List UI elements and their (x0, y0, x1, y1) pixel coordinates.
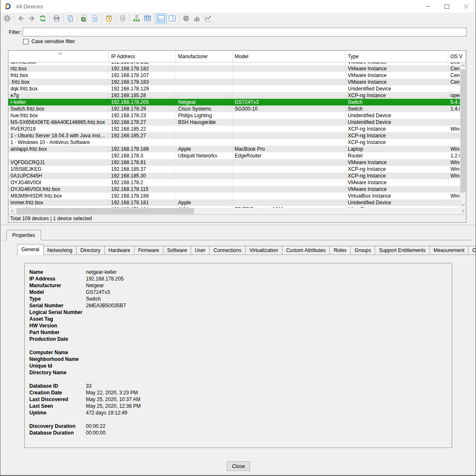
bar-chart-icon (193, 14, 201, 23)
copy-button[interactable] (65, 13, 76, 23)
column-header-manufacturer[interactable]: Manufacturer (176, 51, 233, 62)
properties-tab[interactable]: Measurement (430, 246, 468, 255)
table-row[interactable]: RVER2019 192.168.185.22 XCP-ng Instance … (8, 126, 460, 132)
properties-tab[interactable]: Software (163, 246, 191, 255)
case-sensitive-checkbox[interactable] (23, 39, 28, 44)
cell-model (233, 193, 346, 199)
properties-tab[interactable]: General (17, 244, 44, 255)
properties-tab[interactable]: Support Entitlements (375, 246, 429, 255)
toolbar (0, 13, 476, 24)
table-row[interactable]: ainlappi.fritz.box 192.168.178.186 Apple… (8, 146, 460, 152)
table-row[interactable]: e7g 192.168.185.28 XCP-ng Instance open (8, 92, 460, 99)
cell-model (233, 166, 346, 172)
properties-tab[interactable]: Networking (44, 246, 77, 255)
topology-button[interactable] (131, 13, 142, 23)
property-field: Asset Tag (29, 316, 452, 322)
cell-os-version: Cent (448, 79, 460, 85)
cell-type: XCP-ng Instance (346, 166, 448, 172)
column-header-type[interactable]: Type (346, 51, 448, 62)
table-row[interactable]: immer.fritz.box 192.168.178.181 Apple Un… (8, 199, 460, 206)
table-row[interactable]: hue.fritz.box 192.168.178.23 Philips Lig… (8, 112, 460, 119)
properties-tab[interactable]: User (191, 246, 210, 255)
split-vertical-button[interactable] (167, 13, 178, 23)
scroll-right-icon[interactable] (460, 208, 466, 214)
cell-os-version: Wind (448, 193, 460, 199)
cell-os-version: Wind (448, 166, 460, 172)
vertical-scroll-thumb[interactable] (460, 69, 466, 193)
properties-tab[interactable]: Custom Attributes (282, 246, 330, 255)
table-row[interactable]: 1 - Ubuntu Server 18.04.3 with Java Inst… (8, 132, 460, 139)
scheduler-button[interactable] (103, 13, 114, 23)
column-header-os-version[interactable]: OS V (448, 51, 466, 62)
cell-os-version: Wind (448, 146, 460, 152)
table-row[interactable]: 1 - Windows 10 - Antivirus Software XCP-… (8, 139, 460, 146)
forward-button[interactable] (26, 13, 37, 23)
properties-tab[interactable]: Configurations (468, 246, 476, 255)
scroll-up-icon[interactable] (460, 62, 466, 69)
report-button[interactable] (90, 13, 101, 23)
table-row[interactable]: Switch.fritz.box 192.168.178.29 Cisco Sy… (8, 105, 460, 112)
column-header-name[interactable] (8, 51, 109, 62)
column-header-model[interactable]: Model (233, 51, 346, 62)
table-row[interactable]: dqk.fritz.box 192.168.178.129 Unidentifi… (8, 85, 460, 92)
cell-name: NS-SX658X06TE-68A40E146865.fritz.box (8, 119, 109, 126)
cell-type: Switch (346, 99, 448, 105)
table-view-button[interactable] (142, 13, 153, 23)
cell-ip: 192.168.178.2 (109, 179, 176, 186)
horizontal-scrollbar[interactable] (8, 208, 466, 214)
window-controls (418, 0, 476, 13)
table-row[interactable]: 0A1UPC645H 192.168.185.30 XCP-ng Instanc… (8, 172, 460, 179)
scroll-left-icon[interactable] (9, 208, 15, 214)
horizontal-scroll-thumb[interactable] (16, 208, 194, 214)
scroll-down-icon[interactable] (460, 201, 466, 208)
property-label: Creation Date (29, 389, 86, 396)
properties-tab[interactable]: Virtualization (246, 246, 282, 255)
toolbar-separator (102, 14, 102, 23)
property-label: IP Address (29, 275, 86, 282)
pie-chart-button[interactable] (181, 13, 191, 23)
vertical-scrollbar[interactable] (460, 62, 466, 208)
cell-model (233, 72, 346, 79)
print-button[interactable] (51, 13, 62, 23)
device-table: IP Address Manufacturer Model Type OS V … (8, 50, 466, 223)
property-label: Model (29, 289, 86, 296)
properties-tab[interactable]: Directory (77, 246, 105, 255)
line-chart-button[interactable] (202, 13, 213, 23)
property-label: Directory Name (29, 369, 86, 376)
close-button[interactable]: Close (227, 461, 250, 471)
refresh-button[interactable] (37, 13, 48, 23)
table-row[interactable]: M83M9HISDR.fritz.box 192.168.178.188 Vir… (8, 193, 460, 199)
table-row[interactable]: NS-SX658X06TE-68A40E146865.fritz.box 192… (8, 119, 460, 126)
excel-export-button[interactable] (79, 13, 90, 23)
settings-button[interactable] (2, 13, 13, 23)
table-row[interactable]: 192.168.178.3 Ubiquiti Networks EdgeRout… (8, 152, 460, 159)
properties-tab[interactable]: Hardware (105, 246, 135, 255)
cell-manufacturer (176, 62, 233, 65)
split-horizontal-button[interactable] (156, 13, 167, 23)
properties-tab[interactable]: Firmware (135, 246, 163, 255)
property-value: 192.168.178.205 (86, 275, 124, 282)
table-row[interactable]: 105S8EJKEG 192.168.185.37 XCP-ng Instanc… (8, 166, 460, 172)
properties-tab[interactable]: Groups (351, 246, 375, 255)
filter-input[interactable] (23, 28, 467, 36)
bar-chart-button[interactable] (191, 13, 202, 23)
column-header-ip[interactable]: IP Address (109, 51, 176, 62)
maximize-button[interactable] (437, 0, 456, 13)
table-row[interactable]: OYJG46V0OI 192.168.178.2 VMware Instance (8, 179, 460, 186)
properties-tab[interactable]: Roles (330, 246, 351, 255)
table-row[interactable]: lan.fritz.box 192.168.178.162 VMware Ins… (8, 62, 460, 65)
table-row[interactable]: r-keller 192.168.178.205 Netgear GS724Tv… (8, 99, 460, 105)
table-row[interactable]: fritz.box 192.168.178.107 VMware Instanc… (8, 72, 460, 79)
table-row[interactable]: VQFDGCRQJ1 192.168.178.81 VMware Instanc… (8, 159, 460, 166)
cell-type: XCP-ng Instance (346, 92, 448, 99)
database-button[interactable] (117, 13, 128, 23)
table-row[interactable]: .fritz.box 192.168.178.183 VMware Instan… (8, 79, 460, 85)
close-window-button[interactable] (456, 0, 476, 13)
properties-tab[interactable]: Connections (210, 246, 246, 255)
property-label: Database ID (29, 383, 86, 389)
minimize-button[interactable] (418, 0, 437, 13)
properties-panel-tab[interactable]: Properties (6, 230, 41, 240)
back-button[interactable] (16, 13, 26, 23)
table-row[interactable]: OYJG46V0OI.fritz.box 192.168.178.115 VMw… (8, 186, 460, 193)
table-row[interactable]: ritz.box 192.168.178.182 VMware Instance… (8, 65, 460, 72)
